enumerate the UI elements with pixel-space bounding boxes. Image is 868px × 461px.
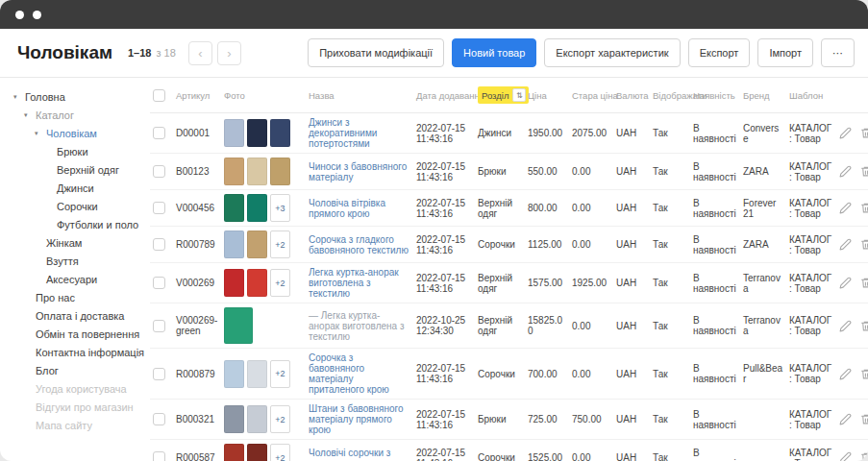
edit-button[interactable]: [839, 238, 852, 251]
product-thumbnail[interactable]: [224, 269, 244, 297]
delete-button[interactable]: [860, 451, 868, 461]
new-product-button[interactable]: Новий товар: [452, 38, 536, 67]
delete-button[interactable]: [860, 320, 868, 332]
sort-icon[interactable]: ⇅: [512, 88, 526, 102]
window-control-dot[interactable]: [15, 11, 24, 19]
column-header[interactable]: Назва: [306, 78, 413, 113]
sidebar-item[interactable]: ▾Каталог: [13, 106, 142, 124]
product-thumbnail[interactable]: [247, 194, 267, 222]
sidebar-item[interactable]: Верхній одяг: [13, 160, 142, 179]
more-photos-badge[interactable]: +2: [270, 230, 290, 258]
delete-button[interactable]: [860, 165, 868, 178]
column-header[interactable]: Розділ⇅: [475, 78, 525, 113]
product-thumbnail[interactable]: [270, 119, 290, 147]
delete-button[interactable]: [860, 277, 868, 289]
row-checkbox[interactable]: [153, 451, 165, 461]
sidebar-item[interactable]: Мапа сайту: [13, 416, 142, 434]
chevron-down-icon[interactable]: ▾: [24, 111, 32, 119]
product-thumbnail[interactable]: [224, 119, 244, 147]
edit-button[interactable]: [839, 277, 852, 289]
row-checkbox[interactable]: [153, 413, 165, 425]
sidebar-item[interactable]: Брюки: [13, 142, 142, 160]
product-thumbnail[interactable]: [224, 230, 244, 258]
delete-button[interactable]: [860, 202, 868, 214]
column-header[interactable]: Дата додавання: [413, 78, 475, 113]
column-header[interactable]: Бренд: [740, 78, 786, 113]
delete-button[interactable]: [860, 127, 868, 139]
sidebar-item[interactable]: Сорочки: [13, 197, 142, 215]
import-button[interactable]: Імпорт: [757, 38, 813, 67]
sidebar-item[interactable]: Відгуки про магазин: [13, 398, 142, 416]
sidebar-item[interactable]: Джинси: [13, 179, 142, 197]
sidebar-item[interactable]: Футболки и поло: [13, 215, 142, 233]
product-name-link[interactable]: Чоловіча вітрівка прямого крою: [309, 198, 385, 219]
product-thumbnail[interactable]: [224, 360, 244, 388]
product-thumbnail[interactable]: [224, 194, 244, 222]
row-checkbox[interactable]: [153, 127, 165, 139]
more-photos-badge[interactable]: +2: [270, 444, 290, 461]
edit-button[interactable]: [839, 127, 852, 139]
more-photos-badge[interactable]: +2: [270, 405, 290, 433]
pagination-next-button[interactable]: ›: [217, 41, 241, 65]
edit-button[interactable]: [839, 202, 852, 214]
row-checkbox[interactable]: [153, 202, 165, 214]
product-thumbnail[interactable]: [224, 405, 244, 433]
delete-button[interactable]: [860, 413, 868, 425]
product-thumbnail[interactable]: [247, 230, 267, 258]
sidebar-item[interactable]: Оплата і доставка: [13, 306, 142, 325]
product-name-link[interactable]: Сорочка з гладкого бавовняного текстилю: [309, 234, 409, 255]
edit-button[interactable]: [839, 451, 852, 461]
column-header[interactable]: Ціна: [525, 78, 569, 113]
sidebar-item[interactable]: Контактна інформація: [13, 343, 142, 361]
column-header[interactable]: Валюта: [613, 78, 650, 113]
sidebar-item[interactable]: ▾Чоловікам: [13, 124, 142, 142]
product-thumbnail[interactable]: [247, 444, 267, 461]
product-name-link[interactable]: — Легка куртка-анорак виготовлена з текс…: [309, 310, 405, 342]
column-header[interactable]: Стара ціна: [569, 78, 613, 113]
row-checkbox[interactable]: [153, 238, 165, 251]
hide-modifications-button[interactable]: Приховати модифікації: [308, 38, 444, 67]
product-name-link[interactable]: Чиноси з бавовняного матеріалу: [309, 161, 407, 182]
product-name-link[interactable]: Чоловічі сорочки з легкого текстилю: [309, 448, 390, 461]
sidebar-item[interactable]: Жінкам: [13, 233, 142, 252]
window-control-dot[interactable]: [33, 11, 41, 19]
column-header[interactable]: Відображати: [650, 78, 690, 113]
product-name-link[interactable]: Джинси з декоративними потертостями: [309, 117, 377, 149]
sidebar-item[interactable]: Блог: [13, 361, 142, 379]
product-thumbnail[interactable]: [247, 405, 267, 433]
product-thumbnail[interactable]: [224, 444, 244, 461]
more-photos-badge[interactable]: +3: [270, 194, 290, 222]
more-photos-badge[interactable]: +2: [270, 360, 290, 388]
product-thumbnail[interactable]: [247, 119, 267, 147]
row-checkbox[interactable]: [153, 165, 165, 178]
row-checkbox[interactable]: [153, 320, 165, 332]
edit-button[interactable]: [839, 320, 852, 332]
select-all-checkbox[interactable]: [153, 89, 165, 102]
pagination-prev-button[interactable]: ‹: [188, 41, 212, 65]
edit-button[interactable]: [839, 165, 852, 178]
row-checkbox[interactable]: [153, 368, 165, 380]
chevron-down-icon[interactable]: ▾: [13, 93, 21, 101]
product-thumbnail[interactable]: [224, 158, 244, 185]
column-header[interactable]: Шаблон: [786, 78, 836, 113]
column-header[interactable]: Артикул: [173, 78, 221, 113]
product-name-link[interactable]: Штани з бавовняного матеріалу прямого кр…: [309, 403, 404, 435]
edit-button[interactable]: [839, 413, 852, 425]
delete-button[interactable]: [860, 238, 868, 251]
export-characteristics-button[interactable]: Експорт характеристик: [544, 38, 680, 67]
product-name-link[interactable]: Легка куртка-анорак виготовлена з тексти…: [309, 267, 399, 299]
sidebar-item[interactable]: Про нас: [13, 288, 142, 306]
sidebar-item[interactable]: Обмін та повернення: [13, 325, 142, 343]
more-actions-button[interactable]: ⋯: [821, 38, 855, 67]
sidebar-item[interactable]: Аксесуари: [13, 270, 142, 288]
export-button[interactable]: Експорт: [688, 38, 751, 67]
product-thumbnail[interactable]: [224, 307, 253, 344]
delete-button[interactable]: [860, 368, 868, 380]
column-header[interactable]: Наявність: [690, 78, 740, 113]
sidebar-item[interactable]: Угода користувача: [13, 379, 142, 398]
chevron-down-icon[interactable]: ▾: [35, 130, 42, 137]
sidebar-item[interactable]: Взуття: [13, 252, 142, 270]
product-thumbnail[interactable]: [247, 158, 267, 185]
sidebar-item[interactable]: ▾Головна: [13, 87, 142, 106]
product-thumbnail[interactable]: [270, 158, 290, 185]
